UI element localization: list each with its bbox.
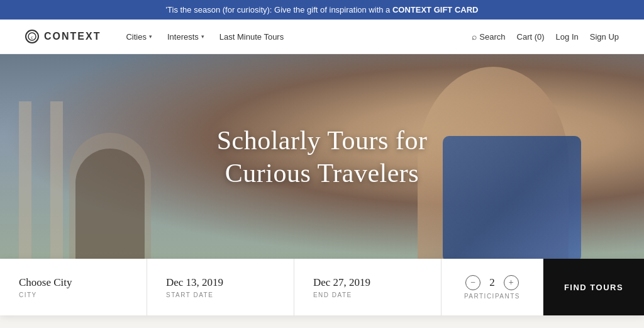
cities-chevron-icon: ▾ bbox=[149, 33, 152, 40]
last-minute-link[interactable]: Last Minute Tours bbox=[219, 32, 284, 42]
top-banner: 'Tis the season (for curiosity): Give th… bbox=[0, 0, 644, 20]
participants-count: 2 bbox=[489, 276, 495, 289]
hero-line1: Scholarly Tours for bbox=[217, 123, 428, 157]
participants-field[interactable]: − 2 + Participants bbox=[441, 259, 543, 315]
login-button[interactable]: Log In bbox=[556, 32, 579, 42]
bottom-area bbox=[0, 315, 644, 328]
search-icon: ⌕ bbox=[472, 31, 477, 42]
interests-chevron-icon: ▾ bbox=[201, 33, 204, 40]
search-button[interactable]: ⌕ Search bbox=[472, 31, 505, 42]
banner-bold[interactable]: CONTEXT GIFT CARD bbox=[392, 5, 479, 14]
start-date-value: Dec 13, 2019 bbox=[166, 276, 275, 289]
hero-heading: Scholarly Tours for Curious Travelers bbox=[217, 123, 428, 189]
interests-menu[interactable]: Interests ▾ bbox=[167, 32, 204, 42]
end-date-value: Dec 27, 2019 bbox=[313, 276, 422, 289]
search-bar: Choose City City Dec 13, 2019 Start Date… bbox=[0, 259, 644, 315]
svg-text:c: c bbox=[31, 35, 33, 40]
nav-links: Cities ▾ Interests ▾ Last Minute Tours bbox=[126, 32, 472, 42]
end-date-field[interactable]: Dec 27, 2019 End Date bbox=[294, 259, 441, 315]
logo-text: CONTEXT bbox=[44, 31, 101, 42]
hero-line2: Curious Travelers bbox=[217, 157, 428, 190]
signup-button[interactable]: Sign Up bbox=[590, 32, 619, 42]
hero-section: Scholarly Tours for Curious Travelers bbox=[0, 54, 644, 259]
navbar: c CONTEXT Cities ▾ Interests ▾ Last Minu… bbox=[0, 20, 644, 54]
logo-icon: c bbox=[25, 30, 39, 43]
hero-text: Scholarly Tours for Curious Travelers bbox=[217, 123, 428, 189]
cart-button[interactable]: Cart (0) bbox=[517, 32, 545, 42]
participants-label: Participants bbox=[464, 293, 520, 300]
end-date-label: End Date bbox=[313, 291, 422, 298]
logo[interactable]: c CONTEXT bbox=[25, 30, 101, 43]
start-date-label: Start Date bbox=[166, 291, 275, 298]
decrement-button[interactable]: − bbox=[465, 275, 480, 290]
city-value: Choose City bbox=[19, 276, 128, 289]
find-tours-button[interactable]: Find Tours bbox=[543, 259, 644, 315]
nav-right: ⌕ Search Cart (0) Log In Sign Up bbox=[472, 31, 619, 42]
increment-button[interactable]: + bbox=[504, 275, 519, 290]
participants-controls: − 2 + bbox=[465, 275, 519, 290]
banner-text: 'Tis the season (for curiosity): Give th… bbox=[166, 5, 392, 14]
start-date-field[interactable]: Dec 13, 2019 Start Date bbox=[147, 259, 294, 315]
city-field[interactable]: Choose City City bbox=[0, 259, 147, 315]
city-label: City bbox=[19, 291, 128, 298]
cities-menu[interactable]: Cities ▾ bbox=[126, 32, 152, 42]
